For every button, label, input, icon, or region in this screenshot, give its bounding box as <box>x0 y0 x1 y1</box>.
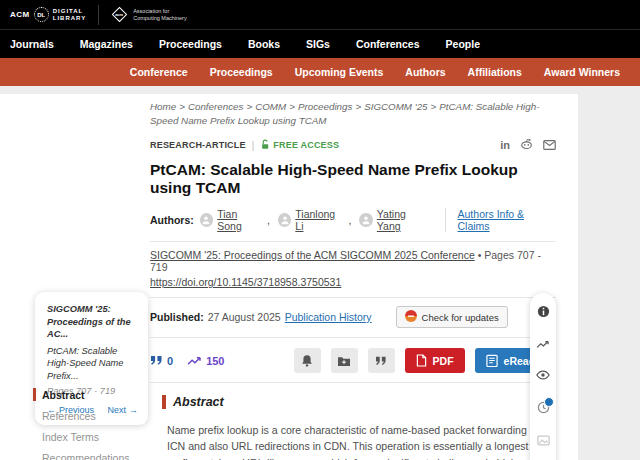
nav-sigs[interactable]: SIGs <box>306 38 330 50</box>
history-icon[interactable] <box>537 401 550 414</box>
info-icon[interactable] <box>537 305 550 318</box>
email-icon[interactable] <box>543 136 556 154</box>
nav-conferences[interactable]: Conferences <box>356 38 420 50</box>
section-nav-references[interactable]: References <box>33 410 130 422</box>
confnav-affiliations[interactable]: Affiliations <box>468 66 522 78</box>
doi-link[interactable]: https://doi.org/10.1145/3718958.3750531 <box>150 276 341 288</box>
divider <box>150 297 556 298</box>
divider <box>150 337 556 338</box>
author-link[interactable]: Tian Song <box>217 208 263 232</box>
check-for-updates-button[interactable]: Check for updates <box>396 306 508 328</box>
pdf-file-icon <box>416 354 427 367</box>
confnav-award-winners[interactable]: Award Winners <box>544 66 620 78</box>
check-for-updates-label: Check for updates <box>422 312 499 323</box>
confnav-upcoming-events[interactable]: Upcoming Events <box>295 66 384 78</box>
acm-association-logo[interactable]: acm Association for Computing Machinery <box>111 8 187 21</box>
top-header: ACM DL DIGITAL LIBRARY acm Association f… <box>0 0 640 30</box>
author-avatar-icon <box>278 213 291 227</box>
metrics: 0 150 <box>150 355 224 367</box>
add-to-collection-button[interactable] <box>331 348 358 373</box>
nav-proceedings[interactable]: Proceedings <box>159 38 222 50</box>
breadcrumb: Home>Conferences>COMM>Proceedings>SIGCOM… <box>150 100 562 128</box>
venue-line: SIGCOMM '25: Proceedings of the ACM SIGC… <box>150 249 556 273</box>
breadcrumb-home[interactable]: Home <box>150 101 176 112</box>
digital-library-text: DIGITAL LIBRARY <box>53 8 86 22</box>
author-link[interactable]: Tianlong Li <box>295 208 344 232</box>
article-section-nav: Abstract References Index Terms Recommen… <box>33 388 130 460</box>
author-item: Yating Yang <box>359 208 430 232</box>
breadcrumb-sigcomm25[interactable]: SIGCOMM '25 <box>364 101 427 112</box>
nav-journals[interactable]: Journals <box>10 38 54 50</box>
author-link[interactable]: Yating Yang <box>377 208 431 232</box>
author-separator: , <box>267 214 270 226</box>
breadcrumb-separator: > <box>246 101 252 112</box>
bell-icon <box>301 354 313 367</box>
pdf-label: PDF <box>433 355 454 367</box>
author-item: Tian Song, <box>200 208 274 232</box>
authors-label: Authors: <box>150 214 194 226</box>
venue-link[interactable]: SIGCOMM '25: Proceedings of the ACM SIGC… <box>150 249 475 261</box>
divider <box>150 382 556 383</box>
card-article-title: PtCAM: Scalable High-Speed Name Prefix..… <box>47 345 138 383</box>
page-container: Home>Conferences>COMM>Proceedings>SIGCOM… <box>0 94 578 460</box>
article-type-access: RESEARCH-ARTICLE | FREE ACCESS <box>150 136 339 154</box>
acm-diamond-icon: acm <box>112 7 128 23</box>
abstract-heading-row: Abstract <box>162 395 556 409</box>
metrics-icon[interactable] <box>536 339 550 349</box>
divider <box>150 241 556 242</box>
acm-logo-text: ACM <box>10 10 30 19</box>
ereader-icon <box>486 354 498 367</box>
authors-info-claims-link[interactable]: Authors Info & Claims <box>445 208 556 232</box>
published-date: 27 August 2025 <box>208 311 281 323</box>
authors-row: Authors: Tian Song, Tianlong Li, Yating … <box>150 208 556 232</box>
citation-count: 0 <box>167 355 173 367</box>
alerts-button[interactable] <box>294 348 321 373</box>
nav-magazines[interactable]: Magazines <box>80 38 133 50</box>
citation-metric[interactable]: 0 <box>150 355 173 367</box>
abstract-heading: Abstract <box>173 395 224 409</box>
breadcrumb-conferences[interactable]: Conferences <box>188 101 244 112</box>
folder-plus-icon <box>337 355 351 367</box>
bullet: • <box>478 249 482 261</box>
reddit-icon[interactable] <box>520 136 533 154</box>
downloads-metric[interactable]: 150 <box>187 355 224 367</box>
breadcrumb-proceedings[interactable]: Proceedings <box>298 101 352 112</box>
dl-gear-icon: DL <box>34 7 49 22</box>
section-nav-abstract[interactable]: Abstract <box>33 388 130 401</box>
nav-books[interactable]: Books <box>248 38 280 50</box>
author-item: Tianlong Li, <box>278 208 355 232</box>
pdf-button[interactable]: PDF <box>405 348 465 373</box>
free-access-label: FREE ACCESS <box>273 140 339 150</box>
crossmark-icon <box>405 310 417 324</box>
conference-nav: Conference Proceedings Upcoming Events A… <box>0 58 640 86</box>
breadcrumb-comm[interactable]: COMM <box>255 101 286 112</box>
confnav-conference[interactable]: Conference <box>130 66 188 78</box>
acm-dl-logo[interactable]: ACM DL DIGITAL LIBRARY <box>10 7 86 22</box>
article-meta-row: RESEARCH-ARTICLE | FREE ACCESS in <box>150 136 556 154</box>
confnav-authors[interactable]: Authors <box>405 66 445 78</box>
notification-badge <box>544 397 554 407</box>
section-nav-recommendations[interactable]: Recommendations <box>33 452 130 460</box>
section-accent-bar <box>162 395 166 409</box>
view-icon[interactable] <box>536 370 550 380</box>
downloads-count: 150 <box>206 355 224 367</box>
breadcrumb-separator: > <box>179 101 185 112</box>
article-type-label: RESEARCH-ARTICLE <box>150 140 246 150</box>
publication-history-link[interactable]: Publication History <box>285 311 372 323</box>
doi-line: https://doi.org/10.1145/3718958.3750531 <box>150 276 556 288</box>
abstract-text: Name prefix lookup is a core characteris… <box>167 422 545 460</box>
action-buttons: PDF eReader <box>294 348 556 373</box>
trending-up-icon <box>187 355 202 366</box>
nav-people[interactable]: People <box>446 38 480 50</box>
cite-button[interactable] <box>368 348 395 373</box>
share-icons: in <box>500 136 556 154</box>
card-venue-link[interactable]: SIGCOMM '25: Proceedings of the AC... <box>47 303 138 341</box>
logo-divider <box>98 5 99 25</box>
main-nav: Journals Magazines Proceedings Books SIG… <box>0 30 640 58</box>
open-lock-icon <box>260 136 270 154</box>
linkedin-icon[interactable]: in <box>500 139 510 151</box>
quote-icon <box>150 355 163 366</box>
confnav-proceedings[interactable]: Proceedings <box>210 66 273 78</box>
figures-icon[interactable] <box>537 435 550 446</box>
section-nav-index-terms[interactable]: Index Terms <box>33 431 130 443</box>
